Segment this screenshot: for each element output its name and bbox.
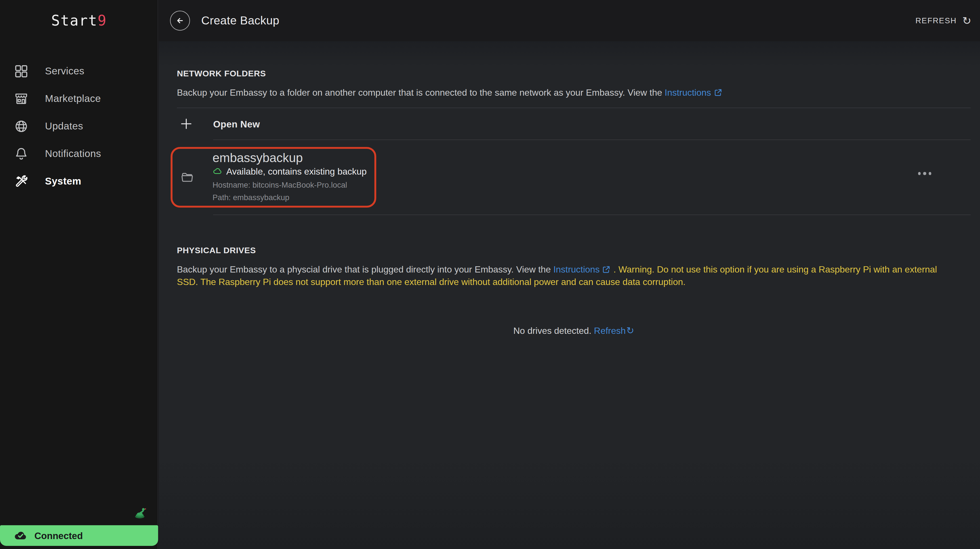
app-window: Start9 Services Marketplace	[0, 0, 980, 549]
plus-icon	[180, 118, 192, 130]
backup-folder-info: embassybackup Available, contains existi…	[213, 151, 367, 204]
sidebar-item-notifications[interactable]: Notifications	[0, 140, 158, 168]
refresh-icon: ↻	[963, 15, 971, 26]
ellipsis-dot	[918, 172, 921, 175]
backup-folder-card-highlighted[interactable]: embassybackup Available, contains existi…	[170, 147, 376, 208]
sidebar-item-updates[interactable]: Updates	[0, 113, 158, 140]
physical-drives-description: Backup your Embassy to a physcial drive …	[177, 263, 944, 288]
backup-folder-row: embassybackup Available, contains existi…	[177, 140, 970, 214]
refresh-button-label: REFRESH	[915, 16, 956, 25]
backup-folder-hostname: Hostname: bitcoins-MacBook-Pro.local	[213, 179, 367, 192]
cloud-check-icon	[13, 528, 28, 543]
refresh-icon: ↻	[626, 325, 634, 335]
physical-drives-heading: PHYSICAL DRIVES	[177, 246, 970, 255]
sidebar-nav: Services Marketplace Updates	[0, 57, 158, 195]
sidebar-item-label: Services	[45, 65, 84, 77]
main-content: NETWORK FOLDERS Backup your Embassy to a…	[159, 41, 980, 549]
snake-icon	[134, 506, 147, 519]
sidebar-item-label: Updates	[45, 121, 83, 132]
backup-folder-path: Path: embassybackup	[213, 192, 367, 204]
external-link-icon	[714, 88, 722, 97]
refresh-drives-link[interactable]: Refresh	[594, 326, 625, 336]
external-link-icon	[602, 265, 611, 274]
arrow-left-icon	[175, 15, 186, 26]
sidebar-item-marketplace[interactable]: Marketplace	[0, 85, 158, 113]
sidebar-item-services[interactable]: Services	[0, 57, 158, 85]
backup-folder-status-row: Available, contains existing backup	[213, 166, 367, 176]
page-title: Create Backup	[201, 14, 279, 27]
cloud-available-icon	[213, 166, 223, 176]
connection-status-label: Connected	[34, 530, 83, 541]
ellipsis-dot	[928, 172, 931, 175]
sidebar: Start9 Services Marketplace	[0, 0, 158, 549]
globe-icon	[14, 119, 29, 134]
page-header: Create Backup REFRESH ↻	[159, 0, 980, 41]
ellipsis-dot	[923, 172, 926, 175]
bell-icon	[14, 146, 29, 161]
storefront-icon	[14, 91, 29, 107]
refresh-button[interactable]: REFRESH ↻	[915, 15, 971, 26]
connection-status-bar: Connected	[0, 525, 158, 546]
network-folders-description: Backup your Embassy to a folder on anoth…	[177, 86, 970, 99]
backup-folder-name: embassybackup	[213, 151, 367, 165]
hammer-wrench-icon	[14, 174, 29, 189]
logo-accent-9: 9	[98, 13, 107, 29]
folder-icon	[180, 170, 194, 185]
folder-options-menu-button[interactable]	[918, 172, 931, 175]
open-new-folder-row[interactable]: Open New	[177, 108, 970, 139]
grid-icon	[14, 64, 29, 79]
no-drives-message: No drives detected. Refresh↻	[177, 325, 970, 337]
sidebar-item-label: Notifications	[45, 148, 101, 160]
instructions-link[interactable]: Instructions	[665, 88, 711, 97]
sidebar-item-label: System	[45, 176, 81, 187]
sidebar-item-system[interactable]: System	[0, 168, 158, 195]
instructions-link[interactable]: Instructions	[553, 265, 600, 274]
open-new-label: Open New	[213, 118, 260, 129]
sidebar-item-label: Marketplace	[45, 93, 101, 104]
backup-folder-status: Available, contains existing backup	[226, 166, 367, 176]
network-folders-heading: NETWORK FOLDERS	[177, 69, 970, 78]
list-divider	[213, 215, 970, 215]
back-button[interactable]	[170, 11, 190, 30]
start9-logo: Start9	[0, 13, 158, 29]
